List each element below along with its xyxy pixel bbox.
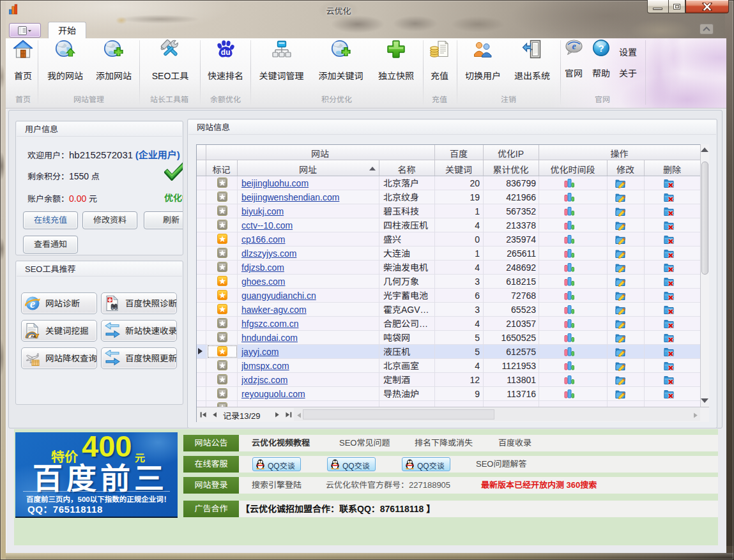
svg-text:AA: AA <box>31 335 36 338</box>
svg-text:du: du <box>221 48 231 57</box>
svg-text:e: e <box>572 42 576 51</box>
svg-text:e: e <box>30 297 36 310</box>
svg-text:?: ? <box>598 43 604 54</box>
